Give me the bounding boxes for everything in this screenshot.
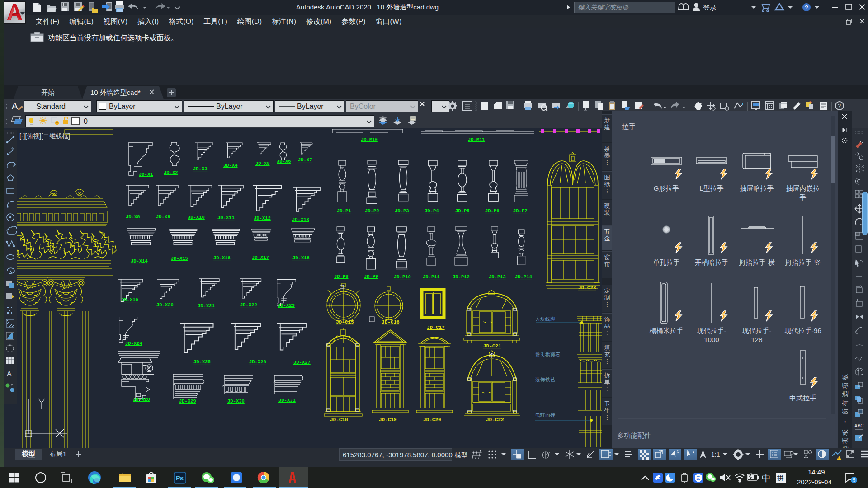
svg-text:JD-C21: JD-C21 bbox=[483, 343, 501, 349]
svg-text:JD-X5: JD-X5 bbox=[255, 161, 270, 166]
svg-text:JD-X10: JD-X10 bbox=[188, 215, 205, 220]
svg-text:JD-X17: JD-X17 bbox=[252, 255, 269, 260]
svg-text:JD-C18: JD-C18 bbox=[330, 417, 348, 422]
svg-text:JD-X18: JD-X18 bbox=[292, 255, 310, 261]
svg-text:14:49: 14:49 bbox=[808, 468, 825, 476]
svg-text:JD-P12: JD-P12 bbox=[453, 274, 470, 280]
svg-text:JD-X19: JD-X19 bbox=[121, 297, 138, 303]
svg-text:JD-P11: JD-P11 bbox=[423, 274, 440, 280]
svg-text:JD-P1: JD-P1 bbox=[337, 208, 351, 214]
svg-text:?: ? bbox=[805, 4, 808, 11]
svg-text:JD-X15: JD-X15 bbox=[171, 256, 188, 261]
svg-text:JD-P10: JD-P10 bbox=[394, 274, 411, 280]
svg-text:JD-X8: JD-X8 bbox=[126, 214, 140, 220]
svg-text:JD-P8: JD-P8 bbox=[334, 274, 349, 279]
svg-text:JD-X22: JD-X22 bbox=[240, 302, 257, 308]
svg-text:5: 5 bbox=[853, 478, 856, 483]
svg-text:JD-X14: JD-X14 bbox=[131, 258, 148, 264]
svg-text:拼: 拼 bbox=[777, 474, 784, 482]
svg-text:A: A bbox=[12, 101, 18, 111]
svg-text:JD-P3: JD-P3 bbox=[395, 208, 409, 214]
svg-text:JD-C16: JD-C16 bbox=[382, 319, 400, 325]
svg-text:JD-X21: JD-X21 bbox=[198, 303, 215, 309]
svg-text:方块线脚: 方块线脚 bbox=[535, 316, 555, 322]
svg-text:JD-X28: JD-X28 bbox=[133, 397, 150, 402]
svg-text:JD-X31: JD-X31 bbox=[278, 398, 296, 403]
svg-text:JD-M10: JD-M10 bbox=[361, 137, 378, 142]
svg-text:JD-X13: JD-X13 bbox=[292, 217, 309, 222]
svg-text:云: 云 bbox=[696, 476, 700, 480]
svg-text:JD-P6: JD-P6 bbox=[485, 208, 500, 214]
svg-text:JD-P9: JD-P9 bbox=[364, 274, 378, 279]
svg-text:2022-09-04: 2022-09-04 bbox=[797, 478, 832, 486]
svg-text:JD-X6: JD-X6 bbox=[277, 159, 291, 164]
svg-text:JD-X25: JD-X25 bbox=[193, 359, 211, 365]
svg-text:JD-X29: JD-X29 bbox=[179, 399, 196, 404]
svg-text:鳌头拱顶石: 鳌头拱顶石 bbox=[535, 352, 560, 357]
svg-text:登录: 登录 bbox=[703, 4, 717, 11]
svg-text:JD-X11: JD-X11 bbox=[217, 215, 235, 221]
svg-text:1:1: 1:1 bbox=[711, 451, 720, 458]
svg-text:JD-X2: JD-X2 bbox=[164, 170, 178, 175]
svg-text:!: ! bbox=[838, 456, 839, 460]
svg-text:JD-X20: JD-X20 bbox=[156, 302, 174, 308]
svg-text:JD-C15: JD-C15 bbox=[336, 319, 354, 325]
svg-text:ABC: ABC bbox=[854, 423, 864, 428]
svg-text:JD-X27: JD-X27 bbox=[293, 360, 311, 365]
svg-text:JD-X9: JD-X9 bbox=[156, 214, 170, 220]
svg-text:JD-P14: JD-P14 bbox=[515, 274, 532, 280]
svg-text:JD-X1: JD-X1 bbox=[139, 172, 153, 177]
svg-text:?: ? bbox=[838, 103, 841, 109]
svg-text:JD-P2: JD-P2 bbox=[365, 208, 379, 214]
svg-text:Ps: Ps bbox=[176, 474, 184, 482]
svg-text:JD-P7: JD-P7 bbox=[513, 208, 528, 214]
svg-text:JD-C22: JD-C22 bbox=[486, 417, 504, 422]
svg-text:装饰铁艺: 装饰铁艺 bbox=[535, 377, 555, 382]
svg-text:中: 中 bbox=[762, 473, 771, 483]
svg-text:JD-P4: JD-P4 bbox=[425, 208, 439, 214]
svg-text:JD-P5: JD-P5 bbox=[455, 208, 470, 214]
svg-text:A: A bbox=[7, 370, 12, 378]
svg-text:JD-X24: JD-X24 bbox=[125, 341, 142, 346]
svg-text:[-][俯视][二维线框]: [-][俯视][二维线框] bbox=[19, 132, 70, 140]
svg-text:JD-M11: JD-M11 bbox=[468, 137, 485, 142]
svg-text:0: 0 bbox=[84, 117, 88, 125]
svg-text:JD-C17: JD-C17 bbox=[427, 325, 445, 330]
svg-text:JD-X3: JD-X3 bbox=[193, 166, 208, 172]
svg-text:JD-X4: JD-X4 bbox=[223, 163, 238, 168]
svg-text:JD-X12: JD-X12 bbox=[254, 216, 271, 221]
svg-text:JD-X26: JD-X26 bbox=[249, 359, 266, 365]
svg-text:JD-X23: JD-X23 bbox=[278, 303, 295, 308]
svg-text:JD-C20: JD-C20 bbox=[423, 417, 441, 422]
svg-text:JD-X16: JD-X16 bbox=[213, 255, 231, 261]
svg-text:JD-C19: JD-C19 bbox=[379, 417, 397, 422]
svg-text:虫蛀面砖: 虫蛀面砖 bbox=[535, 412, 555, 418]
svg-text:JD-C23: JD-C23 bbox=[578, 285, 596, 291]
svg-text:JD-X7: JD-X7 bbox=[298, 157, 312, 163]
svg-text:JD-X30: JD-X30 bbox=[227, 399, 245, 404]
svg-text:JD-P13: JD-P13 bbox=[489, 274, 506, 280]
